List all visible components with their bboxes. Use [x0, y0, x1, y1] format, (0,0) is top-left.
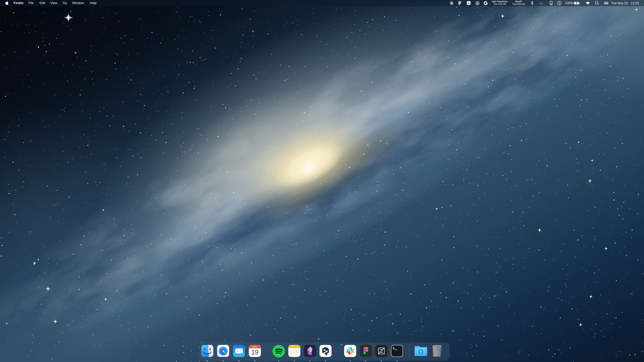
svg-text:NOV: NOV: [253, 346, 257, 348]
svg-text:19: 19: [251, 348, 259, 356]
